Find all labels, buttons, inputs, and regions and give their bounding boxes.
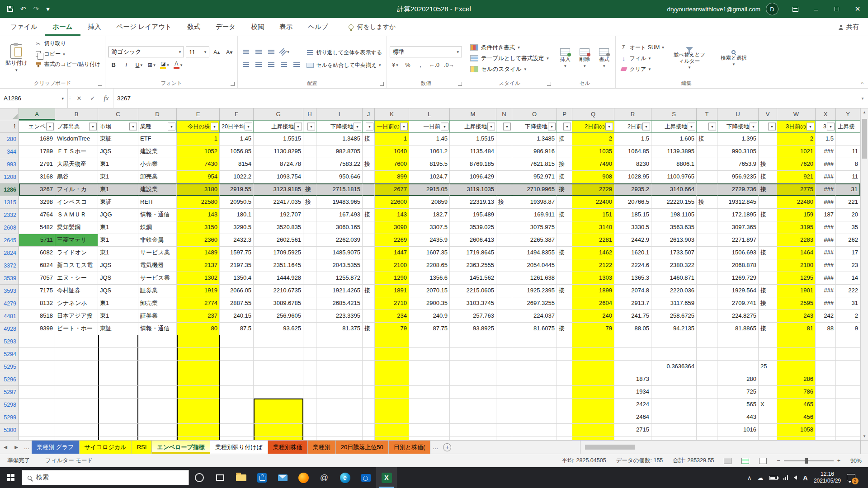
cell-J4928[interactable]: 接 <box>363 323 375 335</box>
cell-O5294[interactable] <box>512 348 557 361</box>
cell-H1315[interactable]: 接 <box>303 196 316 209</box>
cell-T5296[interactable] <box>697 373 717 386</box>
cell-L5301[interactable] <box>409 436 450 440</box>
cell-M2608[interactable]: 3539.025 <box>450 221 496 234</box>
cell-H1[interactable]: ▼ <box>303 120 316 133</box>
cell-M5301[interactable] <box>450 436 496 440</box>
cell-K4928[interactable]: 79 <box>375 323 409 335</box>
cell-R1[interactable]: 2日前▼ <box>614 120 651 133</box>
cell-A2332[interactable]: 4764 <box>19 209 55 221</box>
cell-D280[interactable]: ETF <box>138 133 177 145</box>
page-layout-view-button[interactable] <box>741 458 749 464</box>
cell-V4481[interactable] <box>759 310 777 323</box>
cell-R1315[interactable]: 20766.5 <box>614 196 651 209</box>
cell-G3593[interactable]: 2210.6735 <box>254 285 303 297</box>
cell-Q5300[interactable] <box>572 424 614 436</box>
cell-O2332[interactable]: 169.911 <box>512 209 557 221</box>
cell-F4279[interactable]: 2887.55 <box>220 297 254 310</box>
cell-J2824[interactable] <box>363 247 375 259</box>
cell-C4481[interactable]: 東1 <box>98 310 138 323</box>
cell-Y280[interactable] <box>836 133 860 145</box>
merge-center-button[interactable]: セルを結合して中央揃え ▾ <box>305 61 384 70</box>
row-header-1286[interactable]: 1286 <box>0 183 19 196</box>
cell-F2332[interactable]: 180.1 <box>220 209 254 221</box>
cell-Y993[interactable]: 8 <box>836 158 860 171</box>
cell-I2645[interactable]: 2262.039 <box>316 234 363 247</box>
cell-L280[interactable]: 1.45 <box>409 133 450 145</box>
copy-button[interactable]: コピー ▾ <box>33 49 103 59</box>
cell-F5298[interactable] <box>220 399 254 411</box>
cell-V1208[interactable]: 接 <box>759 171 777 183</box>
cell-H5298[interactable] <box>303 399 316 411</box>
cell-G5296[interactable] <box>254 373 303 386</box>
cell-C993[interactable]: 東1 <box>98 158 138 171</box>
cell-C5297[interactable] <box>98 386 138 399</box>
cell-C3539[interactable]: JQS <box>98 272 138 285</box>
cell-M3539[interactable]: 1451.562 <box>450 272 496 285</box>
cell-H5301[interactable] <box>303 436 316 440</box>
column-header-G[interactable]: G <box>254 108 303 120</box>
cell-F993[interactable]: 8154 <box>220 158 254 171</box>
cell-A1208[interactable]: 3168 <box>19 171 55 183</box>
cell-U2332[interactable]: 172.1895 <box>717 209 759 221</box>
column-header-T[interactable]: T <box>697 108 717 120</box>
cell-M5300[interactable] <box>450 424 496 436</box>
cell-Y1[interactable]: 上昇接 <box>836 120 860 133</box>
cell-D3372[interactable]: 電気機器 <box>138 259 177 272</box>
zoom-out-button[interactable]: − <box>777 458 780 464</box>
name-box[interactable]: A1286 ▾ <box>0 89 68 108</box>
cell-N1208[interactable] <box>496 171 512 183</box>
cell-M5298[interactable] <box>450 399 496 411</box>
filter-button-N[interactable]: ▼ <box>503 123 511 131</box>
cell-F2824[interactable]: 1597.75 <box>220 247 254 259</box>
cell-P5300[interactable] <box>557 424 572 436</box>
cell-X4928[interactable]: 88 <box>816 323 836 335</box>
cell-C344[interactable]: JQS <box>98 145 138 158</box>
cell-F4481[interactable]: 240.15 <box>220 310 254 323</box>
cell-Y344[interactable]: 11 <box>836 145 860 158</box>
row-header-1[interactable]: 1 <box>0 120 19 133</box>
row-header-4481[interactable]: 4481 <box>0 310 19 323</box>
column-header-M[interactable]: M <box>450 108 496 120</box>
cell-O4279[interactable]: 2697.3255 <box>512 297 557 310</box>
cell-W5294[interactable] <box>777 348 816 361</box>
cell-J3372[interactable] <box>363 259 375 272</box>
cell-S1[interactable]: 上昇接地▼ <box>651 120 697 133</box>
minimize-button[interactable]: – <box>806 0 826 18</box>
fill-color-button[interactable]: ◪ ▾ <box>159 60 170 70</box>
cell-K2645[interactable]: 2269 <box>375 234 409 247</box>
cell-T280[interactable]: 接 <box>697 133 717 145</box>
cell-S5301[interactable] <box>651 436 697 440</box>
cell-H5293[interactable] <box>303 335 316 348</box>
cell-I4481[interactable]: 223.3395 <box>316 310 363 323</box>
cell-R3593[interactable]: 2074.8 <box>614 285 651 297</box>
cell-R993[interactable]: 8230 <box>614 158 651 171</box>
cell-W3593[interactable]: 1901 <box>777 285 816 297</box>
cell-F280[interactable]: 1.45 <box>220 133 254 145</box>
cell-P344[interactable] <box>557 145 572 158</box>
battery-icon[interactable] <box>769 476 778 480</box>
cell-B5297[interactable] <box>55 386 98 399</box>
network-icon[interactable] <box>783 475 788 480</box>
cell-N4928[interactable] <box>496 323 512 335</box>
cell-C2824[interactable]: 東1 <box>98 247 138 259</box>
cell-I993[interactable]: 7583.22 <box>316 158 363 171</box>
zoom-slider[interactable] <box>784 460 834 461</box>
align-bottom-button[interactable] <box>266 47 277 57</box>
column-header-U[interactable]: U <box>717 108 759 120</box>
sheet-tab-envelope[interactable]: エンベロープ指標 <box>152 441 210 454</box>
cell-I5297[interactable] <box>316 386 363 399</box>
cell-G5297[interactable] <box>254 386 303 399</box>
cell-I3539[interactable]: 1255.872 <box>316 272 363 285</box>
cell-V993[interactable]: 接 <box>759 158 777 171</box>
cell-E4279[interactable]: 2774 <box>177 297 220 310</box>
mail-icon[interactable] <box>272 467 293 488</box>
cell-H344[interactable] <box>303 145 316 158</box>
cell-P4481[interactable] <box>557 310 572 323</box>
cell-H4279[interactable] <box>303 297 316 310</box>
cell-E2645[interactable]: 2360 <box>177 234 220 247</box>
cell-T4481[interactable] <box>697 310 717 323</box>
cell-V5301[interactable] <box>759 436 777 440</box>
cell-K5293[interactable] <box>375 335 409 348</box>
cell-J5294[interactable] <box>363 348 375 361</box>
